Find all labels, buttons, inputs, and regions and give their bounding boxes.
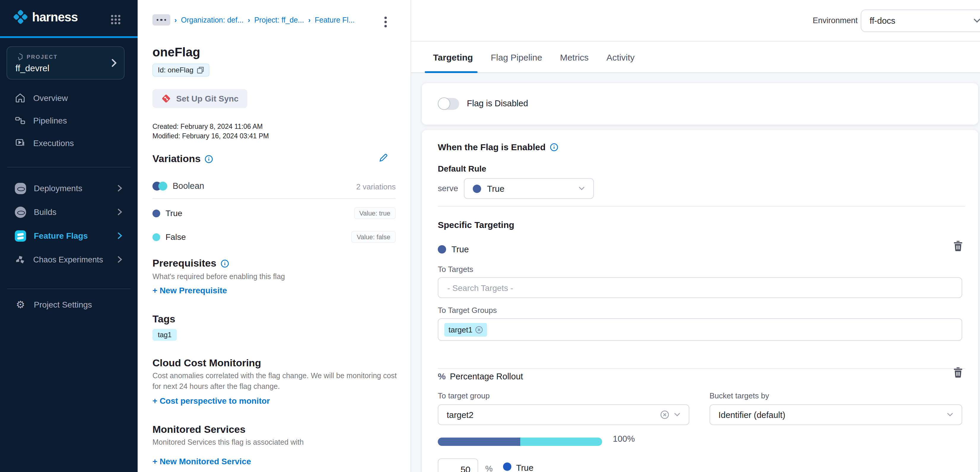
module-grid-icon[interactable]	[110, 14, 121, 25]
monitored-services-description: Monitored Services this flag is associat…	[153, 437, 304, 448]
breadcrumb-org-link[interactable]: Organization: def...	[181, 16, 243, 24]
sidebar: harness PROJECT ff_devrel	[0, 0, 138, 472]
builds-icon	[15, 206, 26, 218]
edit-variations-button[interactable]	[379, 153, 388, 163]
trash-icon	[953, 367, 963, 378]
variation-row-true: True	[153, 208, 182, 218]
percent-icon: %	[438, 371, 446, 381]
flag-enabled-toggle[interactable]	[438, 98, 459, 110]
to-targets-label: To Targets	[438, 265, 473, 274]
monitored-services-heading: Monitored Services	[153, 424, 246, 436]
sidebar-nav: Overview Pipelines Executions	[0, 87, 138, 155]
rollout-segment-true	[438, 438, 520, 446]
flag-menu-button[interactable]	[381, 16, 390, 28]
new-monitored-service-button[interactable]: + New Monitored Service	[153, 456, 251, 466]
rollout-distribution-bar	[438, 438, 602, 446]
tab-targeting[interactable]: Targeting	[433, 52, 473, 62]
chevron-right-icon	[118, 185, 122, 192]
cloud-cost-heading: Cloud Cost Monitoring	[153, 357, 261, 369]
variation-dot	[503, 462, 511, 471]
target-group-chip-label: target1	[449, 325, 473, 334]
created-date: Created: February 8, 2024 11:06 AM	[153, 123, 263, 130]
environment-value: ff-docs	[870, 16, 896, 26]
serve-variation-select[interactable]: True	[464, 178, 594, 199]
variation-name: False	[165, 232, 186, 242]
chevron-right-icon	[118, 208, 122, 215]
breadcrumb-project-link[interactable]: Project: ff_de...	[254, 16, 304, 24]
info-icon[interactable]	[550, 143, 558, 151]
specific-variation-row: True	[438, 245, 469, 254]
search-targets-input[interactable]	[438, 277, 962, 298]
tags-heading: Tags	[153, 314, 175, 325]
sidebar-item-label: Pipelines	[33, 116, 67, 125]
environment-label: Environment	[813, 16, 858, 25]
sidebar-item-project-settings[interactable]: ⚙ Project Settings	[0, 293, 138, 316]
info-icon[interactable]	[220, 260, 229, 268]
breadcrumb-feature-flags-link[interactable]: Feature Fl...	[315, 16, 355, 24]
sidebar-item-overview[interactable]: Overview	[0, 87, 138, 109]
chevron-right-icon	[118, 232, 122, 239]
tag-chip[interactable]: tag1	[153, 329, 177, 341]
to-target-groups-label: To Target Groups	[438, 306, 497, 315]
variation-value-badge: Value: true	[354, 207, 396, 219]
target-groups-input[interactable]: target1	[438, 318, 962, 341]
divider	[153, 198, 396, 199]
environment-select[interactable]: ff-docs	[861, 10, 980, 32]
target-group-chip[interactable]: target1	[444, 323, 487, 336]
chevron-down-icon	[947, 413, 953, 417]
variation-row-false: False	[153, 232, 186, 242]
sidebar-item-label: Executions	[33, 138, 74, 148]
variation-type-label: Boolean	[173, 181, 204, 191]
rollout-target-group-select[interactable]: target2	[438, 404, 689, 425]
copy-icon[interactable]	[197, 67, 204, 73]
sidebar-item-deployments[interactable]: Deployments	[0, 176, 138, 200]
clear-selection-icon[interactable]	[660, 410, 669, 419]
serve-value: True	[487, 184, 504, 193]
remove-chip-icon[interactable]	[476, 326, 483, 333]
sidebar-accent-line	[0, 36, 138, 38]
setup-git-sync-button[interactable]: Set Up Git Sync	[153, 89, 247, 108]
sidebar-item-pipelines[interactable]: Pipelines	[0, 109, 138, 132]
sidebar-item-label: Project Settings	[34, 300, 92, 309]
project-selector[interactable]: PROJECT ff_devrel	[6, 46, 124, 80]
cost-perspective-button[interactable]: + Cost perspective to monitor	[153, 396, 270, 405]
sidebar-footer: ⚙ Project Settings	[0, 293, 138, 316]
logo-text: harness	[32, 10, 78, 24]
chevron-right-icon: ›	[308, 16, 310, 24]
sidebar-item-executions[interactable]: Executions	[0, 132, 138, 155]
sidebar-item-builds[interactable]: Builds	[0, 200, 138, 224]
boolean-icon	[153, 182, 167, 190]
flag-state-card: Flag is Disabled	[422, 83, 978, 125]
sidebar-divider	[7, 289, 130, 289]
chevron-right-icon	[118, 256, 122, 263]
rollout-segment-false	[520, 438, 602, 446]
sidebar-modules: Deployments Builds Feature Flags Chaos E…	[0, 176, 138, 271]
sidebar-item-feature-flags[interactable]: Feature Flags	[0, 224, 138, 247]
variations-title: Variations	[153, 153, 201, 165]
project-label: PROJECT	[27, 54, 58, 60]
targeting-panel: Environment ff-docs Targeting Flag Pipel…	[411, 0, 980, 472]
specific-variation-name: True	[452, 245, 469, 254]
bucket-targets-by-select[interactable]: Identifier (default)	[710, 404, 962, 425]
harness-logo[interactable]: harness	[13, 10, 78, 24]
delete-specific-targeting-button[interactable]	[953, 241, 963, 251]
variation-dot	[153, 209, 160, 217]
variation-dot	[473, 184, 481, 193]
sidebar-divider	[7, 167, 130, 167]
delete-percentage-rollout-button[interactable]	[953, 367, 963, 378]
breadcrumb-overflow-button[interactable]	[153, 14, 170, 26]
variation-type-row: Boolean	[153, 181, 204, 191]
rollout-weight-input[interactable]	[438, 458, 478, 472]
flag-id-text: Id: oneFlag	[158, 66, 193, 74]
page-title: oneFlag	[153, 45, 200, 59]
tab-metrics[interactable]: Metrics	[560, 52, 589, 62]
flag-id-badge[interactable]: Id: oneFlag	[153, 64, 209, 77]
sidebar-item-chaos-experiments[interactable]: Chaos Experiments	[0, 247, 138, 271]
tab-flag-pipeline[interactable]: Flag Pipeline	[491, 52, 542, 62]
flag-detail-panel: › Organization: def... › Project: ff_de.…	[138, 0, 411, 472]
harness-logo-icon	[13, 10, 28, 24]
new-prerequisite-button[interactable]: + New Prerequisite	[153, 285, 227, 295]
info-icon[interactable]	[205, 155, 213, 163]
tab-activity[interactable]: Activity	[606, 52, 635, 62]
rollout-weight-variation: True	[516, 463, 534, 472]
